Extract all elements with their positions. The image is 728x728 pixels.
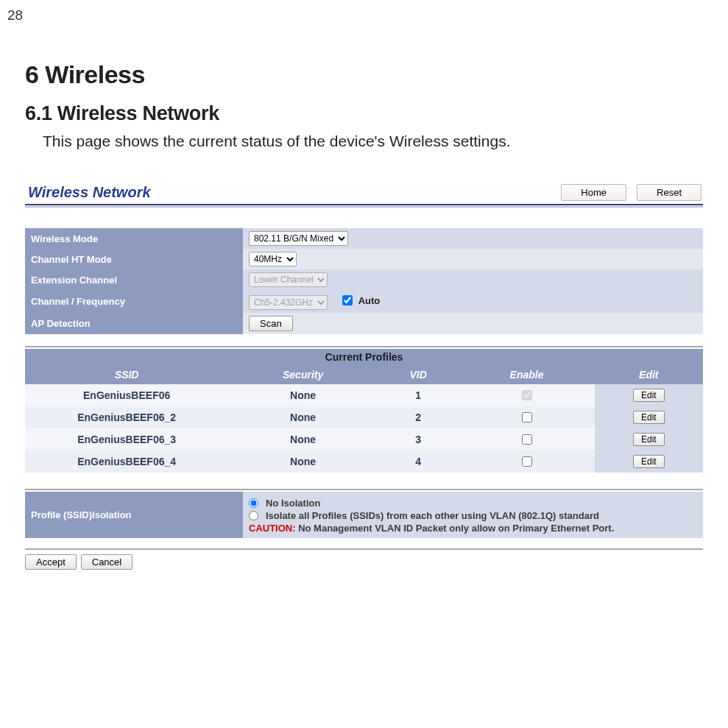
col-security: Security bbox=[228, 365, 378, 384]
divider bbox=[25, 548, 703, 550]
ssid-cell: EnGeniusBEEF06_2 bbox=[25, 406, 228, 428]
panel-title: Wireless Network bbox=[28, 184, 151, 201]
col-edit: Edit bbox=[595, 365, 703, 384]
no-isolation-text: No Isolation bbox=[266, 498, 320, 509]
wireless-settings-table: Wireless Mode 802.11 B/G/N Mixed Channel… bbox=[25, 228, 703, 334]
isolate-text: Isolate all Profiles (SSIDs) from each o… bbox=[266, 510, 599, 521]
reset-button[interactable]: Reset bbox=[637, 184, 702, 201]
heading-wireless: 6 Wireless bbox=[25, 60, 703, 89]
edit-button[interactable]: Edit bbox=[633, 433, 665, 446]
vid-cell: 3 bbox=[378, 428, 459, 450]
security-cell: None bbox=[228, 428, 378, 450]
edit-button[interactable]: Edit bbox=[633, 455, 665, 468]
col-vid: VID bbox=[378, 365, 459, 384]
divider bbox=[25, 206, 703, 208]
wireless-mode-label: Wireless Mode bbox=[25, 228, 243, 249]
no-isolation-radio[interactable] bbox=[249, 498, 258, 508]
cancel-button[interactable]: Cancel bbox=[81, 554, 132, 570]
channel-ht-mode-label: Channel HT Mode bbox=[25, 249, 243, 269]
vid-cell: 2 bbox=[378, 406, 459, 428]
table-row: EnGeniusBEEF06 None 1 Edit bbox=[25, 384, 703, 406]
edit-button[interactable]: Edit bbox=[633, 389, 665, 402]
channel-frequency-label: Channel / Frequency bbox=[25, 290, 243, 313]
isolation-label: Profile (SSID)Isolation bbox=[25, 492, 243, 538]
enable-checkbox[interactable] bbox=[522, 412, 532, 423]
heading-wireless-network: 6.1 Wireless Network bbox=[25, 102, 703, 125]
extension-channel-select: Lower Channel bbox=[249, 272, 328, 287]
divider bbox=[25, 204, 703, 205]
extension-channel-label: Extension Channel bbox=[25, 269, 243, 290]
scan-button[interactable]: Scan bbox=[249, 316, 293, 331]
channel-frequency-select: Ch5-2.432GHz bbox=[249, 295, 328, 310]
page-number: 28 bbox=[7, 7, 703, 24]
col-enable: Enable bbox=[459, 365, 594, 384]
divider bbox=[25, 346, 703, 347]
wireless-mode-select[interactable]: 802.11 B/G/N Mixed bbox=[249, 231, 348, 246]
home-button[interactable]: Home bbox=[561, 184, 626, 201]
vid-cell: 1 bbox=[378, 384, 459, 406]
ssid-cell: EnGeniusBEEF06 bbox=[25, 384, 228, 406]
intro-text: This page shows the current status of th… bbox=[43, 132, 703, 150]
current-profiles-heading: Current Profiles bbox=[25, 349, 703, 365]
divider bbox=[25, 489, 703, 490]
enable-checkbox[interactable] bbox=[522, 456, 532, 467]
caution-text: No Management VLAN ID Packet only allow … bbox=[296, 523, 615, 534]
table-row: EnGeniusBEEF06_4 None 4 Edit bbox=[25, 450, 703, 473]
ssid-cell: EnGeniusBEEF06_3 bbox=[25, 428, 228, 450]
profiles-table: SSID Security VID Enable Edit EnGeniusBE… bbox=[25, 365, 703, 473]
security-cell: None bbox=[228, 384, 378, 406]
isolation-table: Profile (SSID)Isolation No Isolation Iso… bbox=[25, 492, 703, 538]
enable-checkbox bbox=[522, 390, 532, 400]
ssid-cell: EnGeniusBEEF06_4 bbox=[25, 450, 228, 473]
caution-label: CAUTION: bbox=[249, 523, 296, 534]
enable-checkbox[interactable] bbox=[522, 434, 532, 445]
accept-button[interactable]: Accept bbox=[25, 554, 77, 570]
col-ssid: SSID bbox=[25, 365, 228, 384]
security-cell: None bbox=[228, 450, 378, 473]
channel-ht-mode-select[interactable]: 40MHz bbox=[249, 252, 297, 266]
router-ui-panel: Wireless Network Home Reset Wireless Mod… bbox=[25, 180, 703, 570]
edit-button[interactable]: Edit bbox=[633, 411, 665, 424]
auto-label: Auto bbox=[358, 295, 381, 306]
ap-detection-label: AP Detection bbox=[25, 313, 243, 334]
auto-checkbox[interactable] bbox=[342, 295, 353, 305]
vid-cell: 4 bbox=[378, 450, 459, 473]
security-cell: None bbox=[228, 406, 378, 428]
isolate-radio[interactable] bbox=[249, 511, 258, 520]
table-row: EnGeniusBEEF06_3 None 3 Edit bbox=[25, 428, 703, 450]
table-row: EnGeniusBEEF06_2 None 2 Edit bbox=[25, 406, 703, 428]
